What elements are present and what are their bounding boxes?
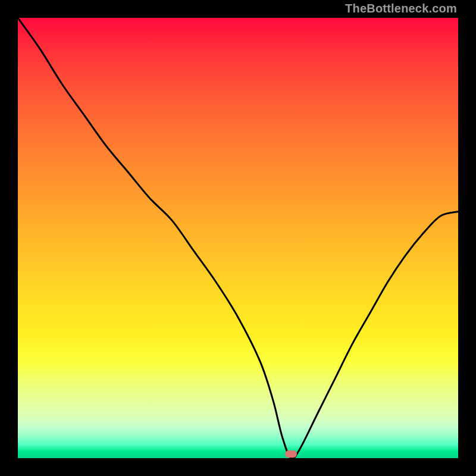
watermark-text: TheBottleneck.com — [345, 2, 457, 15]
chart-frame: TheBottleneck.com — [0, 0, 476, 476]
plot-area — [18, 18, 458, 458]
gradient-background — [18, 18, 458, 458]
